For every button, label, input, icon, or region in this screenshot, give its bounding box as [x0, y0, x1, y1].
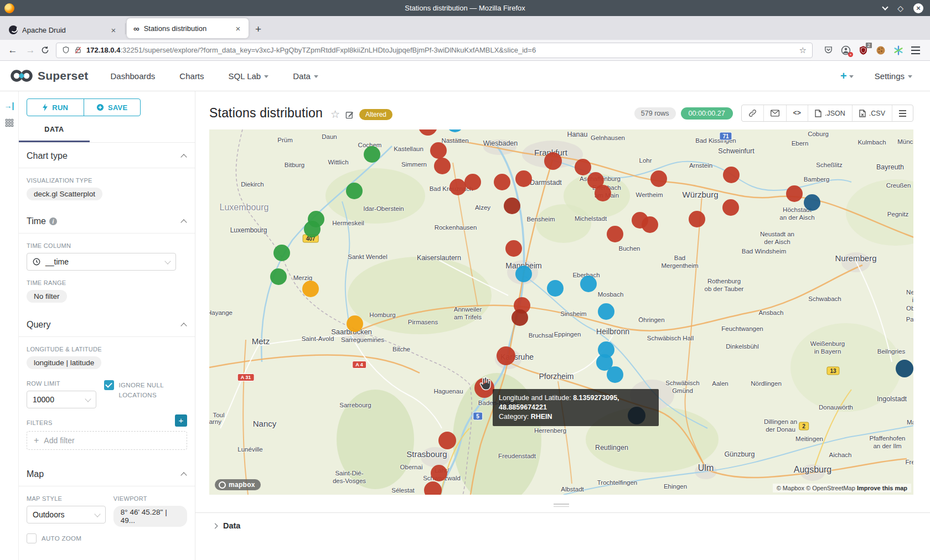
improve-map-link[interactable]: Improve this map [857, 485, 907, 491]
map-attribution[interactable]: © Mapbox © OpenStreetMap Improve this ma… [773, 484, 911, 492]
window-close-icon[interactable]: × [913, 3, 923, 13]
expand-datasource-icon[interactable]: →| [4, 101, 14, 110]
map-point[interactable] [722, 199, 739, 216]
map-point[interactable] [505, 240, 522, 257]
altered-badge[interactable]: Altered [359, 109, 392, 120]
map-label: Albstadt [561, 485, 584, 493]
section-map[interactable]: Map [19, 461, 195, 486]
map-point[interactable] [464, 174, 481, 190]
map-point[interactable] [434, 158, 451, 174]
cookie-icon[interactable] [876, 45, 886, 55]
nav-dashboards[interactable]: Dashboards [110, 71, 155, 81]
ublock-icon[interactable]: 2 [859, 45, 868, 55]
map-point[interactable] [512, 309, 528, 326]
lonlat-value[interactable]: longitude | latitude [27, 356, 101, 369]
map-point[interactable] [598, 303, 614, 320]
window-maximize-icon[interactable]: ◇ [897, 4, 903, 12]
nav-data[interactable]: Data [293, 71, 318, 81]
nav-charts[interactable]: Charts [179, 71, 204, 81]
add-filter-box[interactable]: +Add filter [27, 431, 187, 450]
datasource-grid-icon[interactable] [6, 119, 13, 127]
url-bar[interactable]: 172.18.0.4:32251/superset/explore/?form_… [56, 43, 813, 58]
window-minimize-icon[interactable] [882, 4, 888, 10]
new-item-button[interactable]: + [840, 70, 854, 82]
section-chart-type[interactable]: Chart type [19, 143, 195, 168]
embed-code-button[interactable]: <> [787, 105, 808, 121]
map-point[interactable] [494, 174, 510, 190]
map-point[interactable] [346, 183, 363, 199]
row-limit-select[interactable]: 10000 [27, 391, 96, 408]
map-point[interactable] [689, 211, 705, 227]
section-time[interactable]: Timei [19, 208, 195, 233]
map-point[interactable] [575, 159, 591, 175]
export-csv-button[interactable]: .CSV [852, 105, 892, 121]
nav-sql-lab[interactable]: SQL Lab [229, 71, 269, 81]
add-filter-plus-button[interactable]: + [175, 414, 187, 427]
map-point[interactable] [304, 221, 321, 237]
deckgl-map[interactable]: PrümDaunCochemNastättenGelnhausenBad Kis… [209, 129, 913, 495]
ignore-null-checkbox[interactable] [104, 380, 114, 390]
tab-stations-distribution[interactable]: ∞ Stations distribution × [127, 18, 249, 38]
map-point[interactable] [650, 170, 667, 187]
settings-menu[interactable]: Settings [875, 71, 912, 81]
map-point[interactable] [430, 142, 447, 159]
extension-asterisk-icon[interactable] [893, 45, 903, 55]
map-point[interactable] [896, 360, 913, 377]
data-panel-header[interactable]: Data [195, 512, 930, 538]
map-point[interactable] [607, 366, 623, 383]
map-point[interactable] [580, 276, 597, 292]
map-point[interactable] [438, 432, 456, 449]
map-label: Rockenhausen [435, 224, 477, 231]
superset-logo[interactable]: Superset [10, 69, 88, 83]
map-point[interactable] [504, 198, 520, 214]
new-tab-button[interactable]: + [249, 23, 268, 40]
tab-close-icon[interactable]: × [108, 25, 118, 35]
resize-handle[interactable] [554, 504, 569, 507]
map-point[interactable] [547, 280, 564, 297]
reload-button[interactable] [41, 46, 49, 54]
map-point[interactable] [786, 185, 803, 202]
edit-properties-icon[interactable] [345, 111, 354, 119]
save-button[interactable]: SAVE [84, 99, 141, 116]
map-point[interactable] [515, 170, 532, 187]
map-point[interactable] [544, 152, 562, 170]
bookmark-star-icon[interactable]: ☆ [799, 45, 807, 55]
map-point[interactable] [347, 315, 363, 332]
tab-data[interactable]: DATA [19, 126, 90, 142]
email-button[interactable] [764, 105, 787, 121]
mapbox-logo[interactable]: mapbox [215, 479, 261, 490]
map-point[interactable] [607, 226, 623, 242]
map-point[interactable] [450, 179, 466, 195]
map-point[interactable] [424, 481, 442, 495]
map-point[interactable] [273, 245, 290, 261]
export-json-button[interactable]: .JSON [808, 105, 852, 121]
map-point[interactable] [302, 281, 319, 297]
account-icon[interactable]: × [841, 45, 851, 55]
viewport-value[interactable]: 8° 46' 45.28" | 49... [113, 506, 187, 527]
section-query[interactable]: Query [19, 312, 195, 336]
time-range-value[interactable]: No filter [27, 290, 67, 303]
map-point[interactable] [804, 194, 820, 211]
pocket-icon[interactable] [824, 45, 833, 55]
map-point[interactable] [270, 268, 287, 285]
firefox-menu-icon[interactable] [911, 46, 920, 54]
tab-close-icon[interactable]: × [233, 24, 243, 33]
map-point[interactable] [497, 346, 515, 365]
map-point[interactable] [642, 216, 658, 233]
map-point[interactable] [364, 146, 380, 163]
favorite-star-icon[interactable]: ☆ [330, 108, 340, 121]
time-column-select[interactable]: __time [27, 253, 176, 271]
forward-button[interactable]: → [23, 45, 38, 56]
tab-apache-druid[interactable]: Apache Druid × [2, 20, 124, 40]
map-point[interactable] [515, 266, 532, 282]
back-button[interactable]: ← [6, 45, 20, 56]
run-button[interactable]: RUN [27, 99, 84, 116]
map-point[interactable] [595, 185, 611, 201]
auto-zoom-checkbox[interactable] [27, 533, 37, 543]
copy-link-button[interactable] [742, 105, 764, 121]
viz-type-value[interactable]: deck.gl Scatterplot [27, 188, 102, 200]
chart-menu-button[interactable] [892, 105, 913, 121]
map-point[interactable] [431, 465, 447, 481]
map-style-select[interactable]: Outdoors [27, 506, 106, 523]
map-point[interactable] [723, 167, 740, 183]
